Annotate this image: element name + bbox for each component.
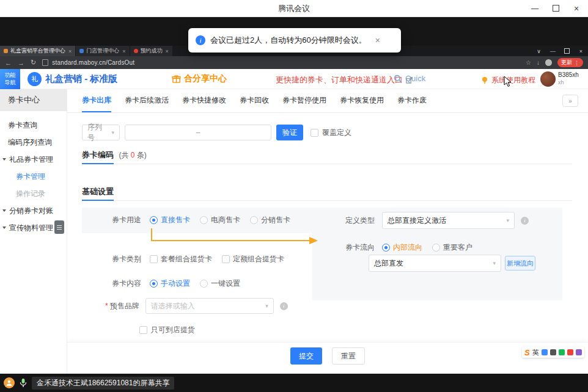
tab-card-void[interactable]: 券卡作废 [397, 89, 427, 112]
radio-distribution-sale[interactable]: 分销售卡 [250, 215, 290, 225]
section-divider [82, 164, 572, 164]
sidebar-item-code-serial-query[interactable]: 编码序列查询 [0, 134, 67, 151]
sidebar-item-card-mgmt[interactable]: 券卡管理 [0, 168, 67, 185]
browser-minimize-icon[interactable]: — [546, 48, 560, 54]
reload-icon[interactable]: ↻ [31, 59, 36, 67]
ime-tool-icon[interactable] [542, 349, 548, 355]
tab-card-activate[interactable]: 券卡后续激活 [125, 89, 169, 112]
sidebar-item-label: 券卡查询 [8, 121, 37, 129]
panel-collapse-button[interactable]: » [562, 95, 578, 107]
flow-label: 券卡流向 [345, 242, 375, 253]
tab-card-recycle[interactable]: 券卡回收 [240, 89, 269, 112]
pickup-only-row: 只可到店提货 [139, 325, 205, 335]
forward-icon[interactable]: → [18, 59, 24, 67]
gift-icon [172, 74, 181, 84]
browser-maximize-icon [564, 48, 570, 54]
bookmark-star-icon[interactable]: ☆ [526, 59, 531, 66]
app-header: 功能导航 礼 礼盒营销 - 标准版 合分享中心 更快捷的券卡、订单和快递通道入口… [0, 69, 588, 89]
maximize-button[interactable] [545, 0, 566, 16]
brand-select-input[interactable]: 请选择或输入 ▾ [145, 298, 274, 314]
shared-screen-stage: i 会议已超过2人，自动转为60分钟限时会议。 × 礼盒营销平台管理中心 × 门… [0, 17, 588, 374]
tab-close-icon[interactable]: × [68, 48, 72, 54]
radio-selected-icon [150, 216, 158, 224]
card-usage-row: 券卡用途 直接售卡 电商售卡 分销售卡 [112, 212, 300, 228]
minimize-button[interactable]: — [524, 0, 545, 16]
ime-tool-icon[interactable] [559, 349, 565, 355]
lightbulb-icon [481, 76, 488, 84]
url-box[interactable]: standard.maboy.cn/CardsOut [42, 59, 526, 66]
quick-search[interactable]: Quick [394, 74, 425, 83]
add-flow-button[interactable]: 新增流向 [505, 256, 535, 270]
chevron-down-icon: ▾ [489, 260, 496, 266]
tab-close-icon[interactable]: × [166, 48, 169, 54]
browser-tab-gift-admin[interactable]: 礼盒营销平台管理中心 × [0, 46, 75, 56]
window-controls: — × [524, 0, 587, 16]
tab-search-chevron-icon[interactable]: ∨ [532, 48, 546, 54]
function-nav-label: 功能导航 [4, 72, 17, 86]
browser-update-button[interactable]: 更新 ⋮ [557, 58, 583, 67]
ime-toolbox-icon[interactable] [576, 349, 582, 355]
browser-profile-icon[interactable] [545, 59, 552, 66]
radio-one-click-setup[interactable]: 一键设置 [200, 278, 240, 289]
checkbox-fixed-combo-pickup-card[interactable]: 定额组合提货卡 [222, 254, 284, 264]
info-icon[interactable]: i [521, 217, 529, 225]
browser-tab-booking[interactable]: 预约成功 × [130, 46, 172, 56]
browser-close-icon[interactable]: × [574, 48, 588, 54]
radio-ecommerce-sale[interactable]: 电商售卡 [200, 215, 240, 225]
download-icon[interactable]: ↓ [537, 59, 540, 66]
radio-icon [250, 216, 258, 224]
checkbox-combo-pickup-card[interactable]: 套餐组合提货卡 [150, 254, 212, 264]
back-icon[interactable]: ← [5, 59, 12, 67]
close-button[interactable]: × [566, 0, 587, 16]
deftype-select[interactable]: 总部直接定义激活 ▾ [382, 212, 515, 229]
promo-entry-link[interactable]: 更快捷的券卡、订单和快递通道入口 [276, 74, 413, 85]
codes-count: (共 0 条) [119, 151, 146, 159]
sogou-logo-icon[interactable]: S [524, 348, 530, 357]
ime-keyboard-icon[interactable] [550, 349, 556, 355]
radio-important-customer[interactable]: 重要客户 [432, 242, 472, 253]
verify-button[interactable]: 验证 [276, 125, 303, 140]
microphone-icon[interactable] [20, 378, 27, 388]
submit-button[interactable]: 提交 [290, 347, 322, 365]
section-accent [82, 200, 114, 201]
tab-card-quick-edit[interactable]: 券卡快捷修改 [182, 89, 226, 112]
brand-logo-icon: 礼 [28, 72, 42, 86]
meeting-titlebar: 腾讯会议 — × [0, 0, 588, 17]
meeting-toast: i 会议已超过2人，自动转为60分钟限时会议。 × [188, 28, 401, 53]
sidebar-item-label: 宣传物料管理 [9, 223, 53, 232]
sidebar-collapse-handle[interactable] [54, 220, 64, 234]
function-nav-toggle[interactable]: 功能导航 [0, 69, 20, 89]
sidebar-item-card-query[interactable]: 券卡查询 [0, 117, 67, 134]
radio-manual-setup[interactable]: 手动设置 [150, 278, 190, 289]
info-icon: i [196, 35, 205, 45]
radio-internal-flow[interactable]: 内部流向 [382, 242, 422, 253]
serial-range-input[interactable] [125, 125, 271, 140]
checkbox-icon [311, 129, 318, 137]
checkbox-store-pickup-only[interactable]: 只可到店提货 [139, 325, 195, 335]
toast-message: 会议已超过2人，自动转为60分钟限时会议。 [210, 35, 367, 46]
brand-title: 礼盒营销 - 标准版 [45, 73, 117, 85]
user-avatar[interactable] [540, 71, 556, 87]
tab-card-outbound[interactable]: 券卡出库 [82, 89, 111, 112]
reset-button[interactable]: 重置 [332, 347, 365, 365]
sidebar-item-operation-log[interactable]: 操作记录 [0, 185, 67, 202]
sidebar-group-gift-card-mgmt[interactable]: 礼品券卡管理 [0, 151, 67, 168]
tutorial-label: 系统使用教程 [491, 75, 535, 85]
info-icon[interactable]: i [280, 302, 288, 310]
browser-maximize-button[interactable] [560, 48, 574, 54]
addressbar-actions: ☆ ↓ 更新 ⋮ [526, 58, 583, 67]
override-checkbox-wrap[interactable]: 覆盖定义 [311, 128, 351, 138]
toast-close-icon[interactable]: × [375, 35, 380, 45]
tab-card-pause[interactable]: 券卡暂停使用 [282, 89, 326, 112]
browser-addressbar: ← → ↻ standard.maboy.cn/CardsOut ☆ ↓ 更新 … [0, 56, 588, 69]
ime-tool-icon[interactable] [567, 349, 573, 355]
flow-select[interactable]: 总部直发 ▾ [369, 255, 501, 272]
sidebar-group-distribution-reconcile[interactable]: 分销券卡对账 [0, 202, 67, 219]
radio-direct-sale[interactable]: 直接售卡 [150, 215, 190, 225]
serial-type-select[interactable]: 序列号 ▾ [82, 125, 120, 140]
share-center-link[interactable]: 合分享中心 [172, 73, 227, 84]
tab-close-icon[interactable]: × [122, 48, 125, 54]
tab-card-resume[interactable]: 券卡恢复使用 [340, 89, 384, 112]
browser-tab-store-admin[interactable]: 门店管理中心 × [76, 46, 129, 56]
ime-mode-toggle[interactable]: 英 [532, 348, 539, 357]
